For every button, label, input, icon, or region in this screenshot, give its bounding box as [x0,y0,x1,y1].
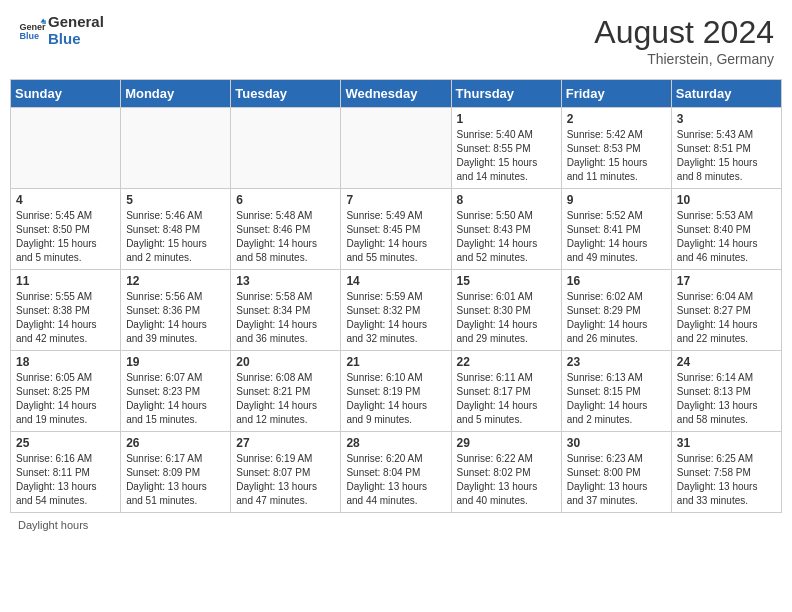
day-info: Sunrise: 6:25 AMSunset: 7:58 PMDaylight:… [677,452,776,508]
day-info: Sunrise: 5:42 AMSunset: 8:53 PMDaylight:… [567,128,666,184]
day-cell: 20Sunrise: 6:08 AMSunset: 8:21 PMDayligh… [231,351,341,432]
week-row-4: 18Sunrise: 6:05 AMSunset: 8:25 PMDayligh… [11,351,782,432]
day-cell: 30Sunrise: 6:23 AMSunset: 8:00 PMDayligh… [561,432,671,513]
day-info: Sunrise: 5:50 AMSunset: 8:43 PMDaylight:… [457,209,556,265]
day-cell: 22Sunrise: 6:11 AMSunset: 8:17 PMDayligh… [451,351,561,432]
day-cell: 24Sunrise: 6:14 AMSunset: 8:13 PMDayligh… [671,351,781,432]
day-info: Sunrise: 6:22 AMSunset: 8:02 PMDaylight:… [457,452,556,508]
day-info: Sunrise: 5:58 AMSunset: 8:34 PMDaylight:… [236,290,335,346]
day-number: 21 [346,355,445,369]
day-number: 13 [236,274,335,288]
day-number: 17 [677,274,776,288]
day-info: Sunrise: 6:07 AMSunset: 8:23 PMDaylight:… [126,371,225,427]
day-info: Sunrise: 6:20 AMSunset: 8:04 PMDaylight:… [346,452,445,508]
day-cell: 17Sunrise: 6:04 AMSunset: 8:27 PMDayligh… [671,270,781,351]
day-number: 22 [457,355,556,369]
day-number: 10 [677,193,776,207]
day-number: 8 [457,193,556,207]
day-cell: 29Sunrise: 6:22 AMSunset: 8:02 PMDayligh… [451,432,561,513]
day-cell: 6Sunrise: 5:48 AMSunset: 8:46 PMDaylight… [231,189,341,270]
day-info: Sunrise: 6:08 AMSunset: 8:21 PMDaylight:… [236,371,335,427]
day-info: Sunrise: 5:49 AMSunset: 8:45 PMDaylight:… [346,209,445,265]
day-info: Sunrise: 6:11 AMSunset: 8:17 PMDaylight:… [457,371,556,427]
day-cell: 12Sunrise: 5:56 AMSunset: 8:36 PMDayligh… [121,270,231,351]
day-info: Sunrise: 5:52 AMSunset: 8:41 PMDaylight:… [567,209,666,265]
day-number: 29 [457,436,556,450]
day-info: Sunrise: 5:55 AMSunset: 8:38 PMDaylight:… [16,290,115,346]
day-cell [121,108,231,189]
day-cell: 5Sunrise: 5:46 AMSunset: 8:48 PMDaylight… [121,189,231,270]
day-number: 6 [236,193,335,207]
weekday-header-monday: Monday [121,80,231,108]
day-number: 25 [16,436,115,450]
week-row-2: 4Sunrise: 5:45 AMSunset: 8:50 PMDaylight… [11,189,782,270]
day-info: Sunrise: 6:04 AMSunset: 8:27 PMDaylight:… [677,290,776,346]
day-info: Sunrise: 5:53 AMSunset: 8:40 PMDaylight:… [677,209,776,265]
day-number: 9 [567,193,666,207]
day-cell: 13Sunrise: 5:58 AMSunset: 8:34 PMDayligh… [231,270,341,351]
day-info: Sunrise: 5:59 AMSunset: 8:32 PMDaylight:… [346,290,445,346]
day-number: 14 [346,274,445,288]
day-number: 12 [126,274,225,288]
day-cell: 21Sunrise: 6:10 AMSunset: 8:19 PMDayligh… [341,351,451,432]
day-cell [231,108,341,189]
day-info: Sunrise: 6:19 AMSunset: 8:07 PMDaylight:… [236,452,335,508]
weekday-header-friday: Friday [561,80,671,108]
day-info: Sunrise: 6:14 AMSunset: 8:13 PMDaylight:… [677,371,776,427]
day-cell: 16Sunrise: 6:02 AMSunset: 8:29 PMDayligh… [561,270,671,351]
day-info: Sunrise: 6:01 AMSunset: 8:30 PMDaylight:… [457,290,556,346]
logo-general: General [48,14,104,31]
day-number: 11 [16,274,115,288]
weekday-header-row: SundayMondayTuesdayWednesdayThursdayFrid… [11,80,782,108]
day-cell: 9Sunrise: 5:52 AMSunset: 8:41 PMDaylight… [561,189,671,270]
weekday-header-wednesday: Wednesday [341,80,451,108]
day-number: 7 [346,193,445,207]
day-number: 23 [567,355,666,369]
day-info: Sunrise: 6:23 AMSunset: 8:00 PMDaylight:… [567,452,666,508]
day-info: Sunrise: 5:56 AMSunset: 8:36 PMDaylight:… [126,290,225,346]
day-info: Sunrise: 5:48 AMSunset: 8:46 PMDaylight:… [236,209,335,265]
day-info: Sunrise: 6:13 AMSunset: 8:15 PMDaylight:… [567,371,666,427]
day-cell: 4Sunrise: 5:45 AMSunset: 8:50 PMDaylight… [11,189,121,270]
day-cell [341,108,451,189]
day-info: Sunrise: 6:05 AMSunset: 8:25 PMDaylight:… [16,371,115,427]
day-number: 18 [16,355,115,369]
day-cell: 23Sunrise: 6:13 AMSunset: 8:15 PMDayligh… [561,351,671,432]
week-row-1: 1Sunrise: 5:40 AMSunset: 8:55 PMDaylight… [11,108,782,189]
day-number: 24 [677,355,776,369]
weekday-header-thursday: Thursday [451,80,561,108]
day-number: 26 [126,436,225,450]
day-number: 31 [677,436,776,450]
day-cell: 8Sunrise: 5:50 AMSunset: 8:43 PMDaylight… [451,189,561,270]
day-cell: 3Sunrise: 5:43 AMSunset: 8:51 PMDaylight… [671,108,781,189]
day-number: 30 [567,436,666,450]
weekday-header-saturday: Saturday [671,80,781,108]
day-number: 15 [457,274,556,288]
day-info: Sunrise: 5:45 AMSunset: 8:50 PMDaylight:… [16,209,115,265]
day-number: 27 [236,436,335,450]
week-row-5: 25Sunrise: 6:16 AMSunset: 8:11 PMDayligh… [11,432,782,513]
day-number: 3 [677,112,776,126]
page-header: General Blue General Blue August 2024 Th… [10,10,782,71]
day-number: 2 [567,112,666,126]
svg-text:General: General [19,21,46,31]
logo: General Blue General Blue [18,14,104,47]
day-cell [11,108,121,189]
day-cell: 1Sunrise: 5:40 AMSunset: 8:55 PMDaylight… [451,108,561,189]
day-number: 5 [126,193,225,207]
logo-blue: Blue [48,31,104,48]
day-info: Sunrise: 6:17 AMSunset: 8:09 PMDaylight:… [126,452,225,508]
day-cell: 14Sunrise: 5:59 AMSunset: 8:32 PMDayligh… [341,270,451,351]
day-cell: 28Sunrise: 6:20 AMSunset: 8:04 PMDayligh… [341,432,451,513]
day-number: 20 [236,355,335,369]
day-info: Sunrise: 6:16 AMSunset: 8:11 PMDaylight:… [16,452,115,508]
day-cell: 27Sunrise: 6:19 AMSunset: 8:07 PMDayligh… [231,432,341,513]
calendar-table: SundayMondayTuesdayWednesdayThursdayFrid… [10,79,782,513]
day-cell: 19Sunrise: 6:07 AMSunset: 8:23 PMDayligh… [121,351,231,432]
day-cell: 11Sunrise: 5:55 AMSunset: 8:38 PMDayligh… [11,270,121,351]
day-cell: 2Sunrise: 5:42 AMSunset: 8:53 PMDaylight… [561,108,671,189]
day-number: 4 [16,193,115,207]
day-cell: 15Sunrise: 6:01 AMSunset: 8:30 PMDayligh… [451,270,561,351]
svg-text:Blue: Blue [19,31,39,41]
month-year: August 2024 [594,14,774,51]
